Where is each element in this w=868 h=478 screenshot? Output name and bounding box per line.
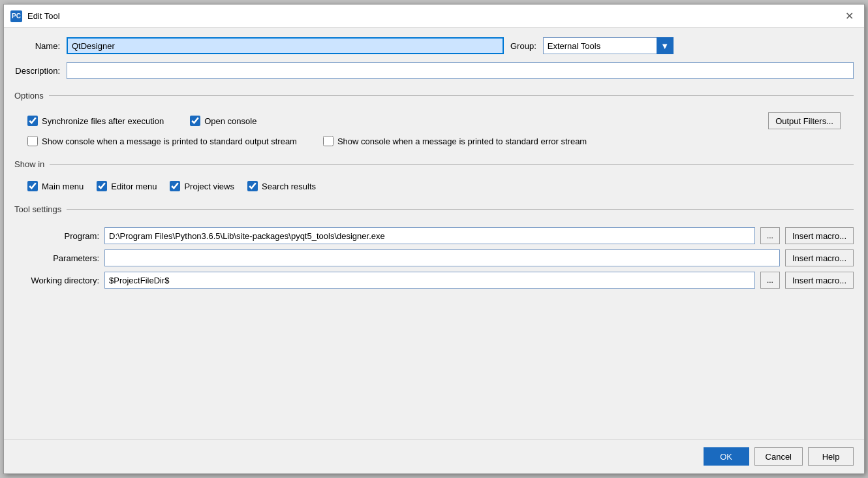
edit-tool-dialog: PC Edit Tool ✕ Name: Group: ▼ Descriptio… [3,4,865,474]
title-bar: PC Edit Tool ✕ [4,5,864,28]
show-in-content: Main menu Editor menu Project views Sear… [14,177,854,195]
program-input[interactable] [104,227,755,244]
editor-menu-item: Editor menu [97,181,157,191]
name-label: Name: [14,41,60,51]
show-console-stderr-checkbox[interactable] [323,136,333,146]
project-views-checkbox[interactable] [170,181,180,191]
group-select-wrapper: ▼ [543,37,674,54]
search-results-checkbox[interactable] [247,181,258,191]
name-input[interactable] [67,37,504,54]
working-dir-label: Working directory: [14,276,99,285]
cancel-button[interactable]: Cancel [754,447,803,466]
main-menu-label: Main menu [42,182,84,191]
working-dir-input[interactable] [104,272,755,289]
dialog-content: Name: Group: ▼ Description: Options Sync… [4,28,864,439]
name-row: Name: Group: ▼ [14,37,854,54]
program-insert-macro-button[interactable]: Insert macro... [785,227,854,244]
project-views-label: Project views [184,182,234,191]
show-console-stderr-item: Show console when a message is printed t… [323,136,587,146]
title-bar-left: PC Edit Tool [10,10,60,22]
program-label: Program: [14,231,99,241]
open-console-checkbox[interactable] [190,116,200,126]
sync-files-checkbox-item: Synchronize files after execution [27,116,164,126]
program-browse-button[interactable]: ... [760,227,780,244]
project-views-item: Project views [170,181,234,191]
options-row-1: Synchronize files after execution Open c… [27,112,841,129]
working-dir-row: Working directory: ... Insert macro... [14,272,854,289]
options-section-label: Options [14,91,44,101]
main-menu-item: Main menu [27,181,84,191]
working-dir-insert-macro-button[interactable]: Insert macro... [785,272,854,289]
show-in-divider-line [50,164,854,165]
sync-files-checkbox[interactable] [27,116,38,126]
group-dropdown-button[interactable]: ▼ [657,37,674,54]
options-row-2: Show console when a message is printed t… [27,136,841,146]
sync-files-label: Synchronize files after execution [42,116,164,126]
open-console-label: Open console [204,116,256,126]
show-in-section-divider: Show in [14,159,854,169]
open-console-checkbox-item: Open console [190,116,256,126]
dialog-title: Edit Tool [27,11,60,21]
program-row: Program: ... Insert macro... [14,227,854,244]
editor-menu-checkbox[interactable] [97,181,107,191]
editor-menu-label: Editor menu [111,182,157,191]
parameters-label: Parameters: [14,253,99,263]
tool-settings-section-label: Tool settings [14,204,61,214]
show-console-stderr-label: Show console when a message is printed t… [337,136,587,146]
working-dir-browse-button[interactable]: ... [760,272,780,289]
output-filters-button[interactable]: Output Filters... [768,112,841,129]
options-section-divider: Options [14,91,854,101]
description-row: Description: [14,62,854,79]
show-console-stdout-checkbox[interactable] [27,136,38,146]
parameters-insert-macro-button[interactable]: Insert macro... [785,249,854,266]
main-menu-checkbox[interactable] [27,181,38,191]
options-content: Synchronize files after execution Open c… [14,108,854,150]
options-divider-line [49,95,854,96]
description-label: Description: [14,66,60,76]
tool-settings-section-divider: Tool settings [14,204,854,214]
show-in-section-label: Show in [14,159,44,169]
dialog-footer: OK Cancel Help [4,439,864,473]
close-button[interactable]: ✕ [841,8,858,25]
show-console-stdout-label: Show console when a message is printed t… [42,136,297,146]
parameters-row: Parameters: Insert macro... [14,249,854,266]
tool-settings-divider-line [67,209,854,210]
search-results-item: Search results [247,181,316,191]
description-input[interactable] [67,62,854,79]
app-icon: PC [10,10,22,22]
help-button[interactable]: Help [808,447,854,466]
search-results-label: Search results [262,182,316,191]
group-label: Group: [510,41,536,51]
show-console-stdout-item: Show console when a message is printed t… [27,136,297,146]
ok-button[interactable]: OK [704,447,749,466]
parameters-input[interactable] [104,249,780,266]
group-input[interactable] [543,37,674,54]
tool-settings-content: Program: ... Insert macro... Parameters:… [14,222,854,294]
